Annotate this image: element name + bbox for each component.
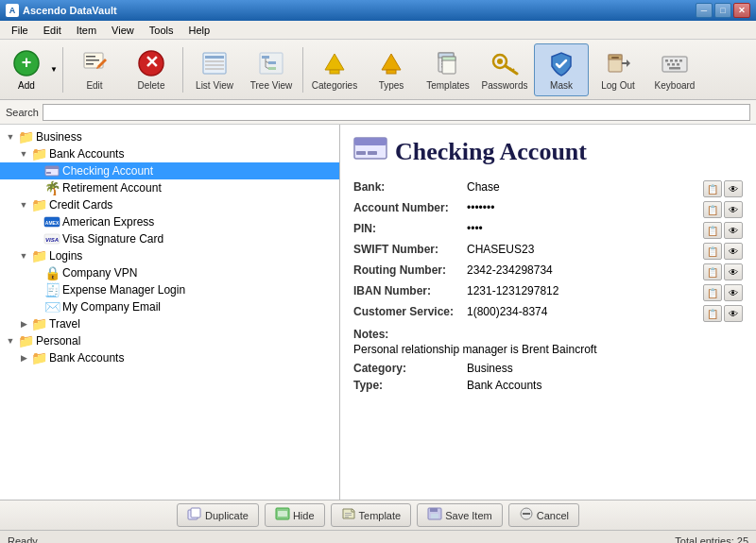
template-button[interactable]: Template bbox=[331, 503, 412, 527]
list-view-label: List View bbox=[196, 80, 233, 91]
bank-copy-btn[interactable]: 📋 bbox=[703, 180, 722, 197]
pin-view-btn[interactable]: 👁 bbox=[724, 222, 743, 239]
folder-personal-bank-icon: 📁 bbox=[30, 350, 47, 365]
tree-item-vpn[interactable]: 🔒 Company VPN bbox=[0, 264, 339, 281]
menu-tools[interactable]: Tools bbox=[142, 23, 181, 38]
tree-toggle-bank-accounts[interactable]: ▼ bbox=[17, 147, 30, 161]
tree-item-bank-accounts[interactable]: ▼ 📁 Bank Accounts bbox=[0, 145, 339, 162]
categories-button[interactable]: Categories bbox=[307, 43, 362, 96]
svg-rect-47 bbox=[675, 59, 678, 62]
menu-edit[interactable]: Edit bbox=[36, 23, 69, 38]
svg-rect-65 bbox=[191, 508, 200, 518]
folder-personal-icon: 📁 bbox=[17, 333, 34, 348]
pin-copy-btn[interactable]: 📋 bbox=[703, 222, 722, 239]
list-view-button[interactable]: List View bbox=[187, 43, 242, 96]
menu-help[interactable]: Help bbox=[180, 23, 217, 38]
svg-rect-4 bbox=[86, 59, 99, 61]
svg-rect-3 bbox=[86, 56, 95, 58]
bank-view-btn[interactable]: 👁 bbox=[724, 180, 743, 197]
cs-copy-btn[interactable]: 📋 bbox=[703, 305, 722, 322]
status-bar: Ready Total entries: 25 bbox=[0, 530, 756, 543]
tree-item-amex[interactable]: AMEX American Express bbox=[0, 213, 339, 230]
routing-view-btn[interactable]: 👁 bbox=[724, 263, 743, 280]
swift-view-btn[interactable]: 👁 bbox=[724, 243, 743, 260]
sep-2 bbox=[182, 47, 183, 93]
tree-toggle-personal-bank[interactable]: ▶ bbox=[17, 351, 30, 365]
svg-rect-62 bbox=[356, 151, 366, 155]
svg-line-37 bbox=[509, 68, 511, 70]
tree-toggle-business[interactable]: ▼ bbox=[4, 130, 17, 144]
svg-text:VISA: VISA bbox=[45, 237, 59, 243]
tree-item-expense[interactable]: 🧾 Expense Manager Login bbox=[0, 281, 339, 298]
iban-copy-btn[interactable]: 📋 bbox=[703, 284, 722, 301]
tree-toggle-travel[interactable]: ▶ bbox=[17, 317, 30, 331]
logout-button[interactable]: Log Out bbox=[591, 43, 645, 96]
amex-icon: AMEX bbox=[43, 214, 60, 229]
tree-item-visa[interactable]: VISA Visa Signature Card bbox=[0, 230, 339, 247]
field-iban: IBAN Number: 1231-1231297812 📋 👁 bbox=[353, 284, 743, 301]
svg-rect-18 bbox=[268, 61, 276, 64]
tree-item-personal-bank[interactable]: ▶ 📁 Bank Accounts bbox=[0, 349, 339, 366]
duplicate-button[interactable]: Duplicate bbox=[177, 503, 259, 527]
account-copy-btn[interactable]: 📋 bbox=[703, 201, 722, 218]
edit-button[interactable]: Edit bbox=[67, 43, 122, 96]
tree-toggle-logins[interactable]: ▼ bbox=[17, 249, 30, 263]
app-icon: A bbox=[6, 4, 19, 17]
cancel-button[interactable]: Cancel bbox=[508, 503, 579, 527]
tree-scroll[interactable]: ▼ 📁 Business ▼ 📁 Bank Accounts bbox=[0, 125, 339, 500]
keyboard-button[interactable]: Keyboard bbox=[647, 43, 702, 96]
svg-rect-54 bbox=[45, 166, 59, 169]
cs-view-btn[interactable]: 👁 bbox=[724, 305, 743, 322]
tree-item-business[interactable]: ▼ 📁 Business bbox=[0, 128, 339, 145]
minimize-button[interactable]: ─ bbox=[696, 3, 713, 18]
delete-button[interactable]: ✕ Delete bbox=[124, 43, 179, 96]
hide-button[interactable]: Hide bbox=[265, 503, 325, 527]
search-input[interactable] bbox=[43, 104, 750, 121]
tree-toggle-expense bbox=[30, 283, 43, 297]
tree-toggle-personal[interactable]: ▼ bbox=[4, 334, 17, 348]
maximize-button[interactable]: □ bbox=[714, 3, 731, 18]
app-title: Ascendo DataVault bbox=[23, 5, 117, 16]
tree-item-travel[interactable]: ▶ 📁 Travel bbox=[0, 315, 339, 332]
passwords-button[interactable]: Passwords bbox=[477, 43, 532, 96]
routing-value: 2342-234298734 bbox=[467, 263, 699, 277]
tree-view-label: Tree View bbox=[250, 80, 292, 91]
tree-item-email[interactable]: ✉️ My Company Email bbox=[0, 298, 339, 315]
swift-value: CHASEUS23 bbox=[467, 243, 699, 256]
tree-item-credit-cards[interactable]: ▼ 📁 Credit Cards bbox=[0, 196, 339, 213]
logout-icon bbox=[603, 48, 633, 78]
tree-label-personal: Personal bbox=[36, 334, 80, 348]
status-left: Ready bbox=[8, 535, 38, 544]
menu-item[interactable]: Item bbox=[69, 23, 104, 38]
menu-file[interactable]: File bbox=[4, 23, 36, 38]
account-view-btn[interactable]: 👁 bbox=[724, 201, 743, 218]
main-content: ▼ 📁 Business ▼ 📁 Bank Accounts bbox=[0, 125, 756, 500]
routing-copy-btn[interactable]: 📋 bbox=[703, 263, 722, 280]
add-button[interactable]: + Add bbox=[4, 43, 49, 96]
iban-view-btn[interactable]: 👁 bbox=[724, 284, 743, 301]
add-button-group: + Add ▼ bbox=[4, 43, 59, 96]
save-item-button[interactable]: Save Item bbox=[417, 503, 503, 527]
tree-toggle-credit-cards[interactable]: ▼ bbox=[17, 198, 30, 212]
tree-item-logins[interactable]: ▼ 📁 Logins bbox=[0, 247, 339, 264]
tree-item-checking-account[interactable]: Checking Account bbox=[0, 162, 339, 179]
types-button[interactable]: Types bbox=[364, 43, 419, 96]
tree-panel: ▼ 📁 Business ▼ 📁 Bank Accounts bbox=[0, 125, 340, 500]
tree-item-retirement[interactable]: 🌴 Retirement Account bbox=[0, 179, 339, 196]
swift-copy-btn[interactable]: 📋 bbox=[703, 243, 722, 260]
close-button[interactable]: ✕ bbox=[733, 3, 750, 18]
menu-view[interactable]: View bbox=[104, 23, 142, 38]
type-label: Type: bbox=[353, 379, 467, 392]
tree-view-button[interactable]: Tree View bbox=[244, 43, 299, 96]
hide-label: Hide bbox=[293, 510, 315, 521]
add-dropdown-arrow[interactable]: ▼ bbox=[49, 43, 59, 96]
tree-item-personal[interactable]: ▼ 📁 Personal bbox=[0, 332, 339, 349]
folder-credit-cards-icon: 📁 bbox=[30, 197, 47, 212]
type-value: Bank Accounts bbox=[467, 379, 743, 392]
svg-rect-45 bbox=[665, 59, 668, 62]
svg-rect-51 bbox=[677, 63, 679, 66]
mask-button[interactable]: Mask bbox=[534, 43, 589, 96]
svg-rect-14 bbox=[205, 68, 224, 70]
templates-button[interactable]: Templates bbox=[421, 43, 475, 96]
svg-rect-21 bbox=[268, 67, 276, 70]
